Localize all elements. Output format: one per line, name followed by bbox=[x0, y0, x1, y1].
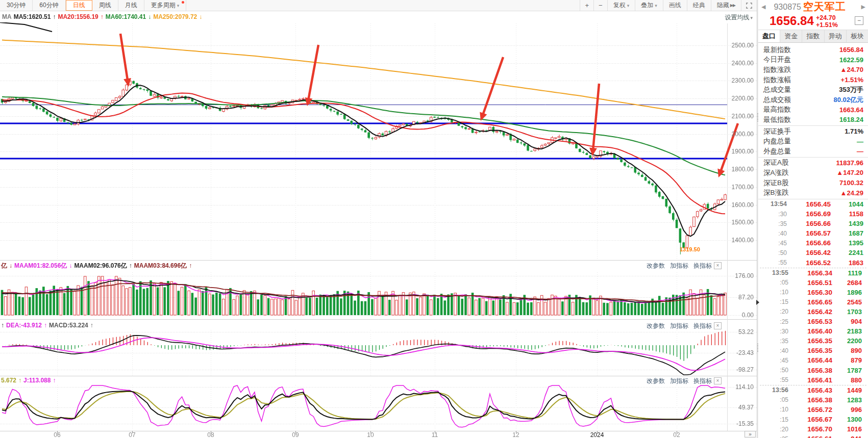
tick-row[interactable]: :101656.301896 bbox=[760, 288, 866, 297]
period-tab-月线[interactable]: 月线 bbox=[118, 0, 144, 11]
chart-canvas[interactable] bbox=[0, 0, 757, 438]
divider-grip[interactable] bbox=[757, 344, 758, 352]
divider-grip[interactable] bbox=[757, 113, 758, 121]
stat-label: 外盘总量 bbox=[763, 147, 791, 156]
y-axis-label: 87.20 bbox=[718, 294, 754, 301]
tick-row[interactable]: :401656.35890 bbox=[760, 346, 866, 355]
stat-group: 深证换手1.71%内盘总量—外盘总量— bbox=[758, 125, 868, 157]
trend-arrow-icon: ↑ bbox=[44, 322, 47, 329]
stat-row: 外盘总量— bbox=[758, 146, 868, 157]
close-pane-button[interactable]: × bbox=[714, 262, 722, 269]
collapse-quote-button[interactable]: − bbox=[855, 16, 863, 25]
period-tab-30分钟[interactable]: 30分钟 bbox=[0, 0, 33, 11]
tick-price: 1656.61 bbox=[788, 435, 832, 438]
tick-price: 1656.51 bbox=[788, 279, 832, 287]
tick-list[interactable]: 13:541656.451044:301656.691158:351656.66… bbox=[758, 199, 868, 438]
edit-params-button[interactable]: 改参数 bbox=[647, 377, 665, 384]
period-tab-日线[interactable]: 日线 bbox=[66, 0, 92, 11]
tool-button-叠加[interactable]: 叠加▾ bbox=[635, 0, 663, 11]
ma-value-label: MA20:1556.19 bbox=[58, 13, 98, 20]
stat-label: 深B涨跌 bbox=[763, 188, 789, 197]
x-axis-label: 11 bbox=[432, 431, 438, 438]
edit-params-button[interactable]: 改参数 bbox=[647, 322, 665, 329]
tick-row[interactable]: 13:551656.341119 bbox=[760, 268, 866, 278]
prev-stock-button[interactable]: ◀ bbox=[761, 4, 765, 10]
tick-row[interactable]: :451656.661395 bbox=[758, 238, 868, 248]
tick-time: :45 bbox=[763, 357, 788, 364]
macd-pane-header: ↑DEA:-43.912↑MACD:53.224↑ bbox=[1, 322, 95, 329]
tick-time: :25 bbox=[763, 318, 788, 325]
tick-row[interactable]: :301656.402183 bbox=[760, 326, 866, 336]
quote-tab-异动[interactable]: 异动 bbox=[825, 30, 847, 42]
quote-tab-板块[interactable]: 板块 bbox=[847, 30, 868, 42]
tick-volume: 941 bbox=[832, 435, 862, 438]
tool-button-复权[interactable]: 复权▾ bbox=[607, 0, 635, 11]
tick-row[interactable]: :051656.512684 bbox=[760, 278, 866, 288]
y-axis-label: 2200.00 bbox=[718, 95, 754, 102]
stat-label: 深证A股 bbox=[763, 158, 789, 167]
close-pane-button[interactable]: × bbox=[714, 322, 722, 329]
tick-row[interactable]: :451656.44879 bbox=[760, 355, 866, 365]
tick-price: 1656.30 bbox=[788, 289, 832, 296]
volume-value-label: MAAM03:84.696亿 bbox=[134, 262, 187, 269]
add-indicator-button[interactable]: 加指标 bbox=[670, 262, 688, 269]
scroll-right-button[interactable]: » bbox=[745, 431, 756, 437]
edit-params-button[interactable]: 改参数 bbox=[647, 262, 665, 269]
tick-row[interactable]: :151656.652545 bbox=[760, 297, 866, 307]
period-tab-label: 60分钟 bbox=[39, 1, 58, 10]
tick-price: 1656.44 bbox=[788, 356, 832, 364]
volume-value-label: MAAM01:82.056亿 bbox=[14, 262, 67, 269]
tick-row[interactable]: :201656.701016 bbox=[760, 424, 866, 434]
switch-indicator-button[interactable]: 换指标 bbox=[693, 262, 712, 269]
quote-tab-资金[interactable]: 资金 bbox=[780, 30, 802, 42]
tick-time: :15 bbox=[763, 416, 788, 423]
ma-settings-button[interactable]: 设置均线▾ bbox=[725, 13, 753, 22]
stat-label: 指数涨幅 bbox=[763, 75, 791, 85]
tick-price: 1656.53 bbox=[788, 318, 832, 325]
switch-indicator-button[interactable]: 换指标 bbox=[693, 322, 712, 329]
tick-row[interactable]: 13:561656.431449 bbox=[760, 385, 866, 395]
ma-value-label: MA250:2079.72 bbox=[153, 13, 197, 20]
tool-button-画线[interactable]: 画线 bbox=[663, 0, 687, 11]
tick-row[interactable]: :301656.691158 bbox=[758, 209, 868, 219]
tool-button-label: 隐藏 bbox=[717, 1, 729, 10]
tick-row[interactable]: 13:541656.451044 bbox=[758, 199, 868, 209]
period-tab-label: 周线 bbox=[99, 1, 111, 10]
y-axis-label: 53.22 bbox=[718, 328, 754, 336]
add-indicator-button[interactable]: 加指标 bbox=[670, 377, 688, 384]
zoom-out-button[interactable]: − bbox=[593, 0, 607, 11]
stat-row: 深B涨跌▲24.29 bbox=[758, 188, 868, 198]
x-axis-label: 12 bbox=[512, 431, 519, 438]
tick-row[interactable]: :351656.661439 bbox=[758, 219, 868, 228]
add-indicator-button[interactable]: 加指标 bbox=[670, 322, 688, 329]
period-tab-周线[interactable]: 周线 bbox=[92, 0, 118, 11]
tick-row[interactable]: :051656.381283 bbox=[760, 395, 866, 405]
tick-row[interactable]: :351656.352200 bbox=[760, 336, 866, 346]
period-tab-60分钟[interactable]: 60分钟 bbox=[33, 0, 65, 11]
tick-volume: 1283 bbox=[832, 396, 862, 404]
tick-row[interactable]: :201656.421703 bbox=[760, 307, 866, 317]
y-axis-label: 0.00 bbox=[718, 312, 754, 319]
tick-row[interactable]: :551656.41880 bbox=[760, 375, 866, 385]
tick-row[interactable]: :251656.61941 bbox=[760, 434, 866, 438]
tick-row[interactable]: :151656.671300 bbox=[760, 415, 866, 424]
quote-tab-盘口[interactable]: 盘口 bbox=[758, 30, 780, 42]
next-stock-button[interactable]: ▶ bbox=[861, 4, 865, 10]
close-pane-button[interactable]: × bbox=[714, 377, 722, 384]
tool-button-隐藏[interactable]: 隐藏▶▶ bbox=[711, 0, 741, 11]
tick-row[interactable]: :551656.521863 bbox=[758, 257, 868, 267]
switch-indicator-button[interactable]: 换指标 bbox=[693, 377, 712, 384]
tool-button-经典[interactable]: 经典 bbox=[687, 0, 711, 11]
panel-divider[interactable] bbox=[757, 0, 758, 438]
tick-row[interactable]: :101656.72996 bbox=[760, 405, 866, 415]
tick-row[interactable]: :501656.381787 bbox=[760, 366, 866, 375]
zoom-in-button[interactable]: + bbox=[580, 0, 593, 11]
panel-collapse-handle[interactable] bbox=[756, 300, 759, 305]
fullscreen-button[interactable] bbox=[741, 0, 757, 11]
tick-row[interactable]: :251656.53904 bbox=[760, 317, 866, 326]
tick-volume: 2200 bbox=[832, 337, 862, 345]
tick-row[interactable]: :501656.422241 bbox=[758, 248, 868, 257]
quote-tab-指数[interactable]: 指数 bbox=[802, 30, 824, 42]
period-tab-更多周期[interactable]: 更多周期▾ bbox=[144, 0, 187, 11]
tick-row[interactable]: :401656.571687 bbox=[758, 228, 868, 238]
